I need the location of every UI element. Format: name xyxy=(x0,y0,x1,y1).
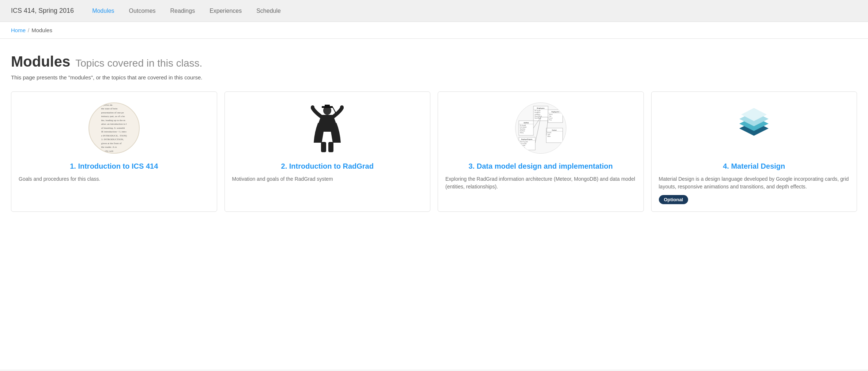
card-4-title: 4. Material Design xyxy=(659,161,850,171)
card-3-image: Employees PK EmpID FirstName LastName Pl… xyxy=(445,101,636,155)
dictionary-text: n (in'tro du the state of bein presentat… xyxy=(98,102,131,154)
svg-text:City: City xyxy=(549,116,551,117)
svg-text:EmpID: EmpID xyxy=(547,132,551,134)
svg-text:LastName: LastName xyxy=(535,114,540,115)
svg-text:Value: Value xyxy=(547,136,551,137)
svg-line-3 xyxy=(333,107,336,113)
optional-badge: Optional xyxy=(659,195,688,204)
svg-text:Employees: Employees xyxy=(537,107,545,109)
svg-text:FK1 EmpID: FK1 EmpID xyxy=(520,143,527,145)
svg-rect-7 xyxy=(321,142,326,152)
page-subtitle: Topics covered in this class. xyxy=(75,57,202,69)
card-3-desc: Exploring the RadGrad information archit… xyxy=(445,175,636,191)
main-content: Modules Topics covered in this class. Th… xyxy=(0,39,868,370)
svg-text:StartDate: StartDate xyxy=(520,145,525,146)
nav-outcomes[interactable]: Outcomes xyxy=(122,0,163,22)
nav-schedule[interactable]: Schedule xyxy=(249,0,288,22)
breadcrumb-current: Modules xyxy=(31,27,52,33)
dictionary-circle: n (in'tro du the state of bein presentat… xyxy=(88,102,140,154)
graduation-icon xyxy=(311,102,344,154)
card-introduction-ics414[interactable]: n (in'tro du the state of bein presentat… xyxy=(11,91,217,212)
nav-experiences[interactable]: Experiences xyxy=(202,0,249,22)
cards-grid: n (in'tro du the state of bein presentat… xyxy=(11,91,857,212)
card-4-image xyxy=(659,101,850,155)
nav-modules[interactable]: Modules xyxy=(85,0,121,22)
breadcrumb-separator: / xyxy=(28,27,29,33)
breadcrumb-home[interactable]: Home xyxy=(11,27,26,33)
card-introduction-radgrad[interactable]: 2. Introduction to RadGrad Motivation an… xyxy=(224,91,431,212)
card-4-desc: Material Design is a design language dev… xyxy=(659,175,850,191)
svg-line-47 xyxy=(535,117,541,143)
svg-text:Salary: Salary xyxy=(520,132,524,134)
svg-text:PlaceOfBirth: PlaceOfBirth xyxy=(535,116,542,117)
layers-icon xyxy=(730,104,778,152)
card-1-desc: Goals and procedures for this class. xyxy=(19,175,100,183)
svg-rect-2 xyxy=(325,105,330,106)
svg-text:PK EmpID: PK EmpID xyxy=(520,125,526,126)
site-title: ICS 414, Spring 2016 xyxy=(11,7,74,15)
page-heading: Modules Topics covered in this class. xyxy=(11,53,857,70)
header: ICS 414, Spring 2016 Modules Outcomes Re… xyxy=(0,0,868,22)
db-diagram-circle: Employees PK EmpID FirstName LastName Pl… xyxy=(515,102,566,154)
breadcrumb: Home / Modules xyxy=(0,22,868,39)
card-material-design[interactable]: 4. Material Design Material Design is a … xyxy=(651,91,857,212)
card-2-desc: Motivation and goals of the RadGrad syst… xyxy=(232,175,333,183)
page-description: This page presents the "modules", or the… xyxy=(11,74,857,80)
svg-text:EmployeeProjects: EmployeeProjects xyxy=(521,139,532,140)
svg-text:FK2 ProjectID: FK2 ProjectID xyxy=(520,141,528,143)
svg-text:PK EmpID: PK EmpID xyxy=(535,110,541,112)
card-data-model[interactable]: Employees PK EmpID FirstName LastName Pl… xyxy=(438,91,644,212)
svg-text:Count: Count xyxy=(549,117,552,119)
svg-text:StartDate: StartDate xyxy=(520,128,525,130)
svg-text:EndDate: EndDate xyxy=(520,130,525,132)
svg-text:Street: Street xyxy=(549,114,552,115)
db-diagram-svg: Employees PK EmpID FirstName LastName Pl… xyxy=(517,104,565,152)
svg-text:Pear: Pear xyxy=(549,119,552,121)
card-2-image xyxy=(232,101,423,155)
svg-point-6 xyxy=(340,105,344,109)
svg-text:EndDate: EndDate xyxy=(520,147,525,148)
svg-rect-8 xyxy=(328,142,333,152)
card-3-title: 3. Data model design and implementation xyxy=(445,161,636,171)
svg-point-5 xyxy=(311,105,314,109)
page-title: Modules xyxy=(11,53,70,70)
card-1-title: 1. Introduction to ICS 414 xyxy=(19,161,210,171)
svg-text:FK1 RoleID: FK1 RoleID xyxy=(520,127,527,128)
svg-text:Contact: Contact xyxy=(552,130,557,131)
nav-readings[interactable]: Readings xyxy=(163,0,203,22)
card-2-title: 2. Introduction to RadGrad xyxy=(232,161,423,171)
svg-text:EmployeeCo: EmployeeCo xyxy=(551,111,559,113)
svg-text:Type: Type xyxy=(547,134,550,135)
svg-text:JobHist: JobHist xyxy=(523,122,529,124)
svg-text:FirstName: FirstName xyxy=(535,112,540,113)
main-nav: Modules Outcomes Readings Experiences Sc… xyxy=(85,0,288,22)
card-1-image: n (in'tro du the state of bein presentat… xyxy=(19,101,210,155)
